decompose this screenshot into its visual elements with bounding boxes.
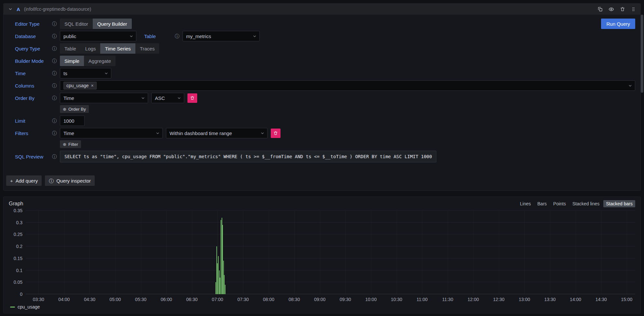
mode-stacked-lines[interactable]: Stacked lines [570,200,602,207]
y-tick-label: 0.35 [9,208,22,213]
add-query-button[interactable]: + Add query [6,175,42,186]
remove-column-icon[interactable]: × [91,83,94,88]
plot-area: 00.050.10.150.20.250.30.35 [26,211,635,294]
filters-field-select[interactable]: Time [60,128,163,138]
database-info-icon[interactable]: ⓘ [52,34,57,38]
plus-circle-icon: ⊕ [63,107,66,111]
editor-type-group: SQL Editor Query Builder [60,19,132,29]
h-gridline [26,258,635,258]
builder-mode-option-simple[interactable]: Simple [60,56,84,66]
database-select[interactable]: public [60,31,136,41]
editor-type-option-query-builder[interactable]: Query Builder [93,19,132,29]
filters-label-wrap: Filters ⓘ [15,131,57,136]
mode-lines[interactable]: Lines [517,200,533,207]
x-tick-label: 05:30 [135,297,146,302]
y-tick-label: 0.15 [9,256,22,261]
database-label-wrap: Database ⓘ [15,34,57,39]
filter-remove-button[interactable] [271,129,281,138]
limit-info-icon[interactable]: ⓘ [52,118,57,123]
filters-condition-value: Within dashboard time range [170,131,232,136]
remove-query-icon[interactable] [620,7,625,12]
editor-type-row: Editor Type ⓘ SQL Editor Query Builder R… [15,19,635,29]
editor-type-info-icon[interactable]: ⓘ [52,21,57,26]
orderby-field-select[interactable]: Time [60,93,148,103]
y-tick-label: 0.25 [9,232,22,237]
drag-handle-icon[interactable] [631,7,636,12]
add-filter-button[interactable]: ⊕ Filter [60,140,81,148]
query-type-option-table[interactable]: Table [60,43,81,54]
add-query-label: Add query [16,178,38,184]
query-type-option-logs[interactable]: Logs [81,43,101,54]
v-gridline [269,211,269,294]
mode-points[interactable]: Points [551,200,569,207]
plus-icon: + [10,178,13,183]
legend-item-cpu-usage[interactable]: cpu_usage [10,304,40,309]
v-gridline [141,211,141,294]
chevron-down-icon [156,131,160,135]
order-by-label: Order By [15,95,34,101]
x-tick-label: 13:30 [544,297,556,302]
orderby-direction-select[interactable]: ASC [151,93,184,103]
v-gridline [89,211,90,294]
x-tick-label: 08:30 [289,297,300,302]
order-by-row: Order By ⓘ Time ASC [15,93,635,103]
orderby-direction-value: ASC [155,95,165,101]
y-tick-label: 0 [9,292,22,297]
h-gridline [26,210,635,211]
database-value: public [63,34,76,39]
builder-mode-label-wrap: Builder Mode ⓘ [15,58,57,64]
query-inspector-button[interactable]: ⓘ Query inspector [45,175,95,186]
graph-panel: Graph Lines Bars Points Stacked lines St… [3,197,641,313]
filters-label: Filters [15,131,28,136]
builder-mode-option-aggregate[interactable]: Aggregate [84,56,116,66]
mode-bars[interactable]: Bars [535,200,549,207]
query-type-info-icon[interactable]: ⓘ [52,46,57,51]
v-gridline [550,211,550,294]
query-row-header[interactable]: A (info8fcc-greptimedb-datasource) [4,4,640,15]
v-gridline [627,211,627,294]
filters-info-icon[interactable]: ⓘ [52,131,57,135]
chevron-down-icon [104,71,108,76]
run-query-button[interactable]: Run Query [601,19,635,29]
v-gridline [499,211,499,294]
columns-multiselect[interactable]: cpu_usage × [60,80,635,91]
collapse-chevron-icon[interactable] [8,7,13,11]
add-filter-row: ⊕ Filter [60,140,635,148]
h-gridline [26,246,635,246]
disable-query-icon[interactable] [609,7,614,12]
editor-type-label: Editor Type [15,21,40,27]
query-footer: + Add query ⓘ Query inspector [4,164,640,190]
column-tag[interactable]: cpu_usage × [63,82,97,89]
trash-icon [273,131,278,135]
query-type-row: Query Type ⓘ Table Logs Time Series Trac… [15,43,635,54]
chart: 00.050.10.150.20.250.30.35 03:3004:0004:… [9,211,635,303]
time-label-wrap: Time ⓘ [15,71,57,76]
columns-info-icon[interactable]: ⓘ [52,83,57,88]
table-info-icon[interactable]: ⓘ [175,34,179,38]
query-type-option-traces[interactable]: Traces [135,43,159,54]
v-gridline [243,211,243,294]
time-info-icon[interactable]: ⓘ [52,71,57,76]
orderby-remove-button[interactable] [187,93,197,103]
editor-type-option-sql-editor[interactable]: SQL Editor [60,19,93,29]
page-scrollbar[interactable] [641,15,643,93]
chevron-down-icon [141,96,145,100]
filters-condition-select[interactable]: Within dashboard time range [166,128,267,138]
x-tick-label: 09:00 [314,297,325,302]
table-select[interactable]: my_metrics [183,31,260,41]
query-type-option-time-series[interactable]: Time Series [100,43,135,54]
add-orderby-button[interactable]: ⊕ Order By [60,105,89,113]
columns-row: Columns ⓘ cpu_usage × [15,80,635,91]
time-select[interactable]: ts [60,68,111,78]
orderby-field-value: Time [63,95,74,101]
sql-preview-info-icon[interactable]: ⓘ [52,154,57,159]
mode-stacked-bars[interactable]: Stacked bars [603,200,635,207]
legend-swatch [10,307,15,308]
limit-input[interactable] [60,116,85,126]
h-gridline [26,222,635,223]
x-tick-label: 05:00 [110,297,121,302]
builder-mode-info-icon[interactable]: ⓘ [52,59,57,63]
query-editor-body: Editor Type ⓘ SQL Editor Query Builder R… [4,15,640,162]
order-by-info-icon[interactable]: ⓘ [52,96,57,100]
duplicate-query-icon[interactable] [597,7,603,12]
